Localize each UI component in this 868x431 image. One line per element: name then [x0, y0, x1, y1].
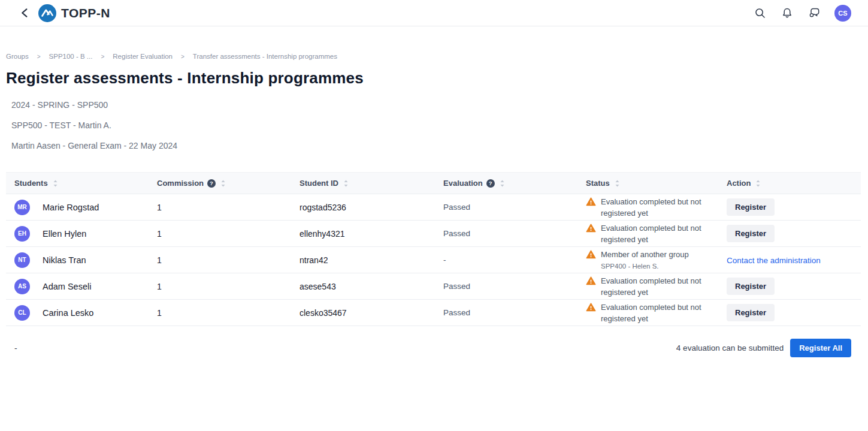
- status-text: Evaluation completed but not registered …: [601, 197, 701, 218]
- app-bar-actions: CS: [754, 5, 851, 22]
- status-cell: Evaluation completed but not registered …: [586, 275, 727, 298]
- sort-icon[interactable]: [219, 179, 227, 188]
- chat-icon[interactable]: [807, 7, 821, 20]
- column-label: Action: [727, 179, 751, 188]
- student-name: Ellen Hylen: [43, 229, 86, 239]
- status-text: Evaluation completed but not registered …: [601, 303, 701, 323]
- subtitle-exam: Martin Aasen - General Exam - 22 May 202…: [11, 141, 861, 150]
- students-cell: MR Marie Rogstad: [14, 200, 157, 215]
- table-row: MR Marie Rogstad 1 rogstad5236 Passed Ev…: [6, 194, 861, 221]
- column-header-student-id: Student ID: [300, 179, 443, 188]
- student-id-value: rogstad5236: [300, 203, 443, 212]
- subtitle-term: 2024 - SPRING - SPP500: [11, 101, 861, 109]
- breadcrumb-item-current: Transfer assessments - Internship progra…: [193, 53, 337, 60]
- column-label: Students: [14, 179, 48, 188]
- column-header-commission: Commission ?: [157, 179, 300, 188]
- sort-icon[interactable]: [342, 179, 350, 188]
- sort-icon[interactable]: [754, 179, 762, 188]
- warning-icon: [586, 197, 596, 209]
- student-avatar: NT: [14, 252, 30, 268]
- register-all-button[interactable]: Register All: [790, 339, 851, 357]
- status-text: Evaluation completed but not registered …: [601, 224, 701, 244]
- student-name: Adam Seseli: [43, 282, 91, 291]
- warning-icon: [586, 276, 596, 288]
- subtitle-course: SPP500 - TEST - Martin A.: [11, 121, 861, 129]
- evaluation-value: -: [443, 255, 586, 264]
- student-id-value: asese543: [300, 282, 443, 291]
- sort-icon[interactable]: [613, 179, 621, 188]
- table-row: CL Carina Lesko 1 clesko35467 Passed Eva…: [6, 300, 861, 326]
- students-cell: AS Adam Seseli: [14, 279, 157, 294]
- evaluation-value: Passed: [443, 308, 586, 317]
- student-avatar: EH: [14, 226, 30, 242]
- column-label: Evaluation: [443, 179, 483, 188]
- student-id-value: ntran42: [300, 255, 443, 265]
- student-avatar: MR: [14, 200, 30, 215]
- column-header-students: Students: [14, 179, 157, 188]
- status-cell: Evaluation completed but not registered …: [586, 196, 727, 219]
- commission-value: 1: [157, 308, 300, 318]
- contact-administration-link[interactable]: Contact the administration: [727, 256, 821, 265]
- status-text: Evaluation completed but not registered …: [601, 276, 701, 297]
- student-name: Niklas Tran: [43, 255, 86, 265]
- breadcrumb-item-group[interactable]: SPP100 - B ...: [49, 53, 93, 60]
- evaluation-value: Passed: [443, 229, 586, 238]
- status-text: Member of another group: [601, 250, 689, 259]
- search-icon[interactable]: [754, 7, 767, 20]
- help-icon[interactable]: ?: [486, 179, 495, 188]
- page-title: Register assessments - Internship progra…: [6, 69, 861, 88]
- commission-value: 1: [157, 229, 300, 239]
- action-cell: Register: [727, 304, 861, 321]
- student-avatar: CL: [14, 305, 30, 321]
- breadcrumb-item-register-evaluation[interactable]: Register Evaluation: [113, 53, 173, 60]
- register-button[interactable]: Register: [727, 225, 775, 242]
- student-name: Carina Lesko: [43, 308, 93, 318]
- commission-value: 1: [157, 203, 300, 212]
- table-row: EH Ellen Hylen 1 ellenhy4321 Passed Eval…: [6, 221, 861, 247]
- student-id-value: ellenhy4321: [300, 229, 443, 239]
- back-icon[interactable]: [18, 7, 31, 20]
- students-table: Students Commission ? Student ID Evaluat…: [6, 172, 861, 326]
- column-label: Status: [586, 179, 610, 188]
- column-header-action: Action: [727, 179, 861, 188]
- student-name: Marie Rogstad: [43, 203, 99, 212]
- commission-value: 1: [157, 255, 300, 265]
- sort-icon[interactable]: [498, 179, 506, 188]
- breadcrumb-item-groups[interactable]: Groups: [6, 53, 29, 60]
- breadcrumb: Groups > SPP100 - B ... > Register Evalu…: [6, 53, 861, 60]
- action-cell: Register: [727, 225, 861, 242]
- warning-icon: [586, 249, 596, 262]
- sort-icon[interactable]: [52, 179, 59, 188]
- register-button[interactable]: Register: [727, 278, 775, 295]
- students-cell: EH Ellen Hylen: [14, 226, 157, 242]
- table-header-row: Students Commission ? Student ID Evaluat…: [6, 173, 861, 194]
- breadcrumb-separator: >: [37, 53, 41, 60]
- status-cell: Evaluation completed but not registered …: [586, 302, 727, 324]
- column-label: Commission: [157, 179, 204, 188]
- app-bar: TOPP-N CS: [0, 0, 868, 26]
- user-avatar[interactable]: CS: [834, 5, 851, 22]
- status-cell: Member of another group SPP400 - Helen S…: [586, 249, 727, 271]
- table-row: AS Adam Seseli 1 asese543 Passed Evaluat…: [6, 273, 861, 300]
- status-cell: Evaluation completed but not registered …: [586, 222, 727, 245]
- warning-icon: [586, 302, 596, 315]
- evaluation-value: Passed: [443, 203, 586, 212]
- status-secondary-text: SPP400 - Helen S.: [601, 263, 659, 270]
- evaluation-count-text: 4 evaluation can be submitted: [676, 343, 784, 352]
- students-cell: NT Niklas Tran: [14, 252, 157, 268]
- app-logo-icon[interactable]: [38, 4, 56, 22]
- column-header-evaluation: Evaluation ?: [443, 179, 586, 188]
- action-cell: Register: [727, 278, 861, 295]
- app-title: TOPP-N: [61, 6, 110, 20]
- breadcrumb-separator: >: [101, 53, 104, 60]
- action-cell: Register: [727, 198, 861, 216]
- main-content: Groups > SPP100 - B ... > Register Evalu…: [0, 53, 868, 357]
- register-button[interactable]: Register: [727, 304, 775, 321]
- footer-placeholder-text: -: [14, 343, 17, 353]
- help-icon[interactable]: ?: [207, 179, 216, 188]
- warning-icon: [586, 223, 596, 236]
- notifications-bell-icon[interactable]: [781, 7, 794, 20]
- column-label: Student ID: [300, 179, 338, 188]
- column-header-status: Status: [586, 179, 727, 188]
- register-button[interactable]: Register: [727, 198, 775, 216]
